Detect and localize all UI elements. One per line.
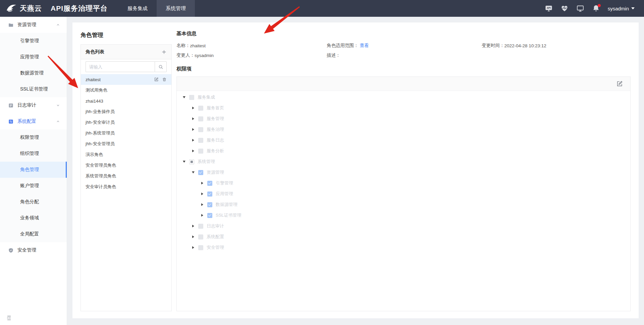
sidebar-item-label: 全局配置: [20, 231, 39, 237]
caret-down-icon[interactable]: [182, 96, 186, 98]
role-name: jhh-业务操作员: [86, 109, 115, 115]
user-menu[interactable]: sysadmin: [608, 6, 635, 11]
caret-right-icon[interactable]: [200, 182, 204, 184]
role-list-item[interactable]: 系统管理员角色: [81, 171, 171, 181]
caret-right-icon[interactable]: [191, 139, 195, 142]
shield-icon: [8, 248, 14, 253]
tree-node-label: SSL证书管理: [216, 212, 241, 218]
caret-right-icon[interactable]: [191, 225, 195, 227]
role-detail-column: 基本信息 名称： zhaitest 角色适用范围： 查看 变更时间： 2022-…: [172, 22, 639, 318]
role-list-item[interactable]: zhai1443: [81, 96, 171, 106]
field-value: sysadmin: [195, 53, 214, 58]
role-list-item[interactable]: 安全管理员角色: [81, 160, 171, 171]
role-list-item[interactable]: jhh-业务操作员: [81, 106, 171, 117]
sidebar-item-label: 权限管理: [20, 134, 39, 141]
role-name: 测试用角色: [86, 87, 107, 93]
field-label: 角色适用范围：: [327, 43, 359, 49]
role-list-item[interactable]: 测试用角色: [81, 85, 171, 96]
caret-down-icon[interactable]: [191, 171, 195, 173]
edit-permissions-button[interactable]: [616, 80, 623, 87]
role-list-item[interactable]: jhh-安全审计员: [81, 117, 171, 128]
sidebar-item-app-mgmt[interactable]: 应用管理: [0, 49, 67, 65]
caret-right-icon[interactable]: [200, 214, 204, 217]
sidebar-item-global-config[interactable]: 全局配置: [0, 226, 67, 242]
view-scope-link[interactable]: 查看: [360, 43, 369, 49]
caret-down-icon[interactable]: [182, 161, 186, 163]
sidebar-item-ssl-cert-mgmt[interactable]: SSL证书管理: [0, 81, 67, 97]
caret-right-icon[interactable]: [191, 128, 195, 131]
checkbox-unchecked: [198, 234, 203, 239]
tree-node-label: 引擎管理: [216, 180, 233, 186]
sidebar-item-engine-mgmt[interactable]: 引擎管理: [0, 33, 67, 49]
api-doc-icon[interactable]: API: [545, 4, 553, 12]
caret-right-icon[interactable]: [191, 235, 195, 238]
sidebar-item-permission-mgmt[interactable]: 权限管理: [0, 129, 67, 146]
sidebar-item-business-domain[interactable]: 业务领域: [0, 210, 67, 226]
chevron-up-icon: [56, 119, 60, 123]
nav-tab-system-management[interactable]: 系统管理: [157, 0, 195, 17]
caret-right-icon[interactable]: [191, 107, 195, 109]
role-search-button[interactable]: [155, 61, 167, 72]
menu-fold-icon[interactable]: [6, 315, 12, 321]
caret-right-icon[interactable]: [191, 246, 195, 249]
checkbox-checked: [207, 213, 212, 218]
checkbox-indeterminate: [189, 159, 194, 164]
checkbox-checked: [207, 181, 212, 186]
sidebar-item-resource-mgmt[interactable]: 资源管理: [0, 17, 67, 33]
caret-right-icon[interactable]: [191, 117, 195, 120]
tree-node-label: 系统配置: [207, 234, 224, 240]
sidebar-item-label: 安全管理: [17, 247, 36, 253]
caret-right-icon[interactable]: [200, 193, 204, 195]
nav-tab-service-integration[interactable]: 服务集成: [118, 0, 157, 17]
info-field-name: 名称： zhaitest: [176, 43, 327, 49]
tree-node-label: 应用管理: [216, 191, 233, 197]
role-name: jhh-系统管理员: [86, 130, 115, 136]
caret-right-icon[interactable]: [200, 203, 204, 206]
health-icon[interactable]: [560, 4, 569, 12]
checkbox-unchecked: [189, 95, 194, 100]
sidebar-item-role-mgmt[interactable]: 角色管理: [0, 162, 67, 178]
tree-node-label: 安全管理: [207, 245, 224, 251]
tree-node-label: 日志审计: [207, 223, 224, 229]
role-list-item[interactable]: 安全审计员角色: [81, 181, 171, 192]
sidebar-item-account-mgmt[interactable]: 账户管理: [0, 178, 67, 194]
edit-role-icon[interactable]: [154, 77, 159, 82]
sidebar-item-org-mgmt[interactable]: 组织管理: [0, 146, 67, 162]
tree-node-label: 服务首页: [207, 105, 224, 111]
role-list-item[interactable]: jhh-安全管理员: [81, 139, 171, 149]
role-list-item[interactable]: jhh-系统管理员: [81, 128, 171, 139]
role-name: 演示角色: [86, 152, 103, 158]
role-list-item[interactable]: zhaitest: [81, 74, 171, 85]
sidebar-item-label: 日志审计: [17, 102, 36, 108]
add-role-button[interactable]: [161, 49, 167, 55]
tree-node: 安全管理: [177, 242, 630, 253]
tree-node: SSL证书管理: [177, 210, 630, 221]
sidebar-item-label: 系统配置: [17, 118, 36, 124]
permissions-header: [177, 77, 630, 91]
sidebar-item-role-assign[interactable]: 角色分配: [0, 194, 67, 210]
sidebar-item-system-config[interactable]: 系统配置: [0, 113, 67, 129]
sidebar-item-label: 角色分配: [20, 199, 39, 205]
role-search: [81, 59, 171, 74]
tree-node-label: 资源管理: [207, 169, 224, 175]
role-name: jhh-安全审计员: [86, 119, 115, 125]
monitor-icon[interactable]: [576, 4, 584, 12]
delete-role-icon[interactable]: [162, 77, 167, 82]
sidebar-menu: 资源管理引擎管理应用管理数据源管理SSL证书管理日志审计系统配置权限管理组织管理…: [0, 17, 67, 258]
page-title: 角色管理: [80, 31, 172, 39]
tree-node: 日志审计: [177, 221, 630, 231]
role-list-header: 角色列表: [81, 45, 171, 59]
sidebar-item-log-audit[interactable]: 日志审计: [0, 97, 67, 113]
checkbox-checked: [207, 202, 212, 207]
bell-icon[interactable]: [592, 4, 600, 12]
role-name: 安全管理员角色: [86, 162, 116, 168]
sidebar-item-security-mgmt[interactable]: 安全管理: [0, 242, 67, 258]
info-field-description: 描述：: [327, 52, 482, 58]
sidebar-item-datasource-mgmt[interactable]: 数据源管理: [0, 65, 67, 81]
sidebar-item-label: 引擎管理: [20, 38, 39, 44]
folder-icon: [8, 22, 14, 28]
role-list-item[interactable]: 演示角色: [81, 149, 171, 160]
caret-right-icon[interactable]: [191, 150, 195, 152]
role-name: 安全审计员角色: [86, 184, 116, 190]
role-search-input[interactable]: [86, 61, 155, 72]
